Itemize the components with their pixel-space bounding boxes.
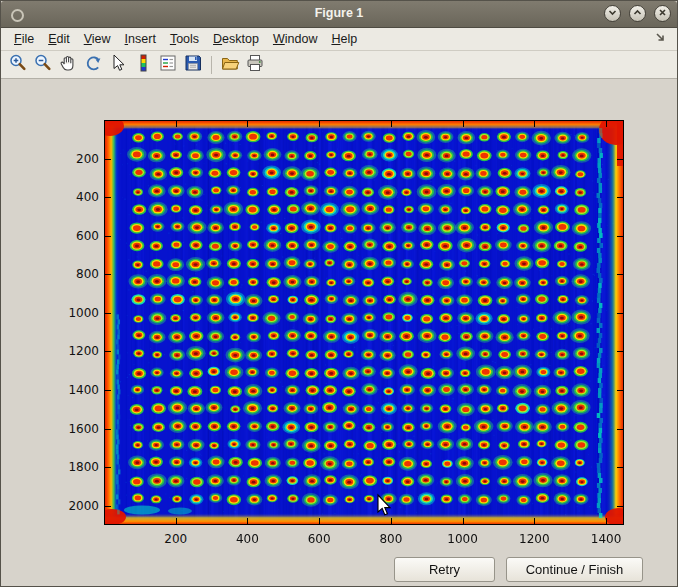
y-tick-label: 1800 bbox=[57, 460, 99, 474]
figure-canvas-area: Retry Continue / Finish 2004006008001000… bbox=[1, 79, 677, 586]
x-tick-label: 200 bbox=[154, 532, 198, 546]
menu-insert[interactable]: Insert bbox=[118, 30, 163, 48]
chevron-up-icon bbox=[632, 6, 643, 21]
data-cursor-button[interactable] bbox=[106, 53, 130, 76]
menu-tools[interactable]: Tools bbox=[163, 30, 206, 48]
zoom-out-button[interactable] bbox=[31, 53, 55, 76]
zoom-in-icon bbox=[8, 53, 28, 76]
maximize-button[interactable] bbox=[629, 5, 646, 22]
colorbar-icon bbox=[133, 53, 153, 76]
print-icon bbox=[245, 53, 265, 76]
titlebar[interactable]: Figure 1 bbox=[1, 1, 677, 28]
pan-button[interactable] bbox=[56, 53, 80, 76]
figure-window: { "window": { "title": "Figure 1", "cont… bbox=[0, 0, 678, 587]
menu-file[interactable]: File bbox=[7, 30, 41, 48]
x-tick-label: 800 bbox=[369, 532, 413, 546]
menubar: FileEditViewInsertToolsDesktopWindowHelp bbox=[1, 28, 677, 51]
x-tick-label: 600 bbox=[297, 532, 341, 546]
print-button[interactable] bbox=[243, 53, 267, 76]
y-tick-label: 600 bbox=[57, 229, 99, 243]
chevron-down-icon bbox=[607, 6, 618, 21]
minimize-button[interactable] bbox=[604, 5, 621, 22]
pan-icon bbox=[58, 53, 78, 76]
x-tick-label: 1000 bbox=[441, 532, 485, 546]
menu-help[interactable]: Help bbox=[324, 30, 364, 48]
legend-icon bbox=[158, 53, 178, 76]
microarray-image[interactable] bbox=[104, 120, 624, 525]
toolbar-separator bbox=[211, 56, 212, 74]
y-tick-label: 1400 bbox=[57, 383, 99, 397]
rotate-3d-icon bbox=[83, 53, 103, 76]
y-tick-label: 200 bbox=[57, 152, 99, 166]
y-tick-label: 2000 bbox=[57, 499, 99, 513]
legend-button[interactable] bbox=[156, 53, 180, 76]
save-icon bbox=[183, 53, 203, 76]
zoom-out-icon bbox=[33, 53, 53, 76]
menu-window[interactable]: Window bbox=[266, 30, 324, 48]
window-title: Figure 1 bbox=[1, 6, 677, 20]
close-button[interactable] bbox=[654, 5, 671, 22]
menu-view[interactable]: View bbox=[77, 30, 118, 48]
retry-button[interactable]: Retry bbox=[394, 557, 495, 582]
rotate-3d-button[interactable] bbox=[81, 53, 105, 76]
toolbar bbox=[1, 51, 677, 79]
open-folder-button[interactable] bbox=[218, 53, 242, 76]
y-tick-label: 1200 bbox=[57, 344, 99, 358]
y-tick-label: 400 bbox=[57, 190, 99, 204]
x-tick-label: 1200 bbox=[512, 532, 556, 546]
open-folder-icon bbox=[220, 53, 240, 76]
y-tick-label: 1000 bbox=[57, 306, 99, 320]
y-tick-label: 1600 bbox=[57, 422, 99, 436]
continue-finish-button[interactable]: Continue / Finish bbox=[506, 557, 643, 582]
x-tick-label: 400 bbox=[225, 532, 269, 546]
x-tick-label: 1400 bbox=[584, 532, 628, 546]
zoom-in-button[interactable] bbox=[6, 53, 30, 76]
save-button[interactable] bbox=[181, 53, 205, 76]
y-tick-label: 800 bbox=[57, 267, 99, 281]
menu-items: FileEditViewInsertToolsDesktopWindowHelp bbox=[7, 30, 364, 48]
colorbar-button[interactable] bbox=[131, 53, 155, 76]
data-cursor-icon bbox=[108, 53, 128, 76]
window-controls bbox=[604, 5, 671, 22]
menu-desktop[interactable]: Desktop bbox=[206, 30, 266, 48]
menu-edit[interactable]: Edit bbox=[41, 30, 77, 48]
dock-figure-icon[interactable] bbox=[655, 32, 667, 47]
x-icon bbox=[657, 6, 668, 21]
